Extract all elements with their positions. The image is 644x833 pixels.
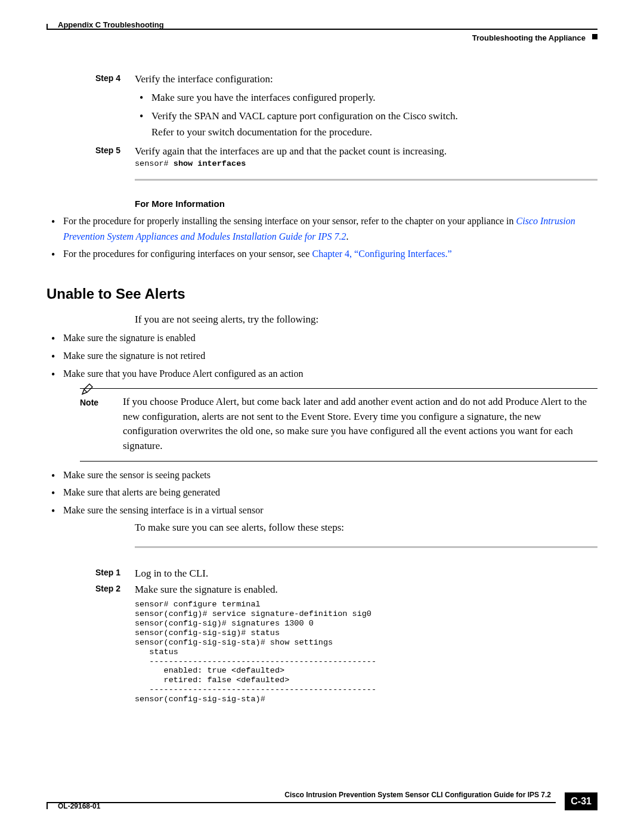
link-chapter-4[interactable]: Chapter 4, “Configuring Interfaces.” — [312, 249, 451, 259]
step4-bullets: Make sure you have the interfaces config… — [135, 89, 597, 141]
bullet: Make sure that you have Produce Alert co… — [47, 366, 597, 462]
footer-doc-number: OL-29168-01 — [58, 802, 100, 810]
step-1: Step 1 Log in to the CLI. — [95, 566, 597, 581]
header-right-square — [592, 34, 597, 39]
step-text: Verify the interface configuration: — [135, 73, 273, 85]
step-label: Step 5 — [95, 144, 135, 168]
bullet-text: Refer to your switch documentation for t… — [151, 126, 372, 138]
alerts-checklist: Make sure the signature is enabled Make … — [47, 330, 597, 518]
text: . — [346, 231, 349, 241]
text: For the procedure for properly installin… — [63, 216, 516, 226]
bullet-text: Make sure that you have Produce Alert co… — [63, 368, 304, 379]
step-label: Step 4 — [95, 72, 135, 143]
code-line: sensor# show interfaces — [135, 159, 597, 169]
code-prompt: sensor(config-sig)# — [135, 619, 231, 628]
bullet-text: Verify the SPAN and VACL capture port co… — [151, 110, 458, 122]
note-icon — [81, 383, 93, 400]
paragraph: If you are not seeing alerts, try the fo… — [135, 312, 597, 327]
bullet: For the procedures for configuring inter… — [47, 246, 597, 262]
step-label: Step 2 — [95, 582, 135, 704]
step-text: Verify again that the interfaces are up … — [135, 145, 447, 157]
header-left-tick — [47, 24, 48, 30]
code-command: show interfaces — [174, 159, 246, 168]
code-command: signatures 1300 0 — [231, 619, 314, 628]
code-output: retired: false <defaulted> — [135, 676, 289, 685]
header-section: Troubleshooting the Appliance — [472, 33, 586, 42]
footer-guide-title: Cisco Intrusion Prevention System Sensor… — [284, 791, 551, 799]
step-label: Step 1 — [95, 566, 135, 581]
bullet: For the procedure for properly installin… — [47, 213, 597, 244]
note-body: If you choose Produce Alert, but come ba… — [123, 395, 597, 454]
code-output: ----------------------------------------… — [135, 685, 376, 694]
note-label-col: Note — [80, 395, 112, 454]
code-prompt: sensor(config)# — [135, 609, 212, 618]
step-text: Make sure the signature is enabled. — [135, 584, 278, 595]
content-area: Step 4 Verify the interface configuratio… — [47, 72, 597, 705]
bullet: Make sure the sensor is seeing packets — [47, 467, 597, 483]
bullet: Make sure that alerts are being generate… — [47, 485, 597, 500]
code-command: service signature-definition sig0 — [212, 609, 371, 618]
note-block: Note If you choose Produce Alert, but co… — [80, 388, 597, 462]
bullet: Make sure the signature is enabled — [47, 330, 597, 346]
footer-rule — [47, 802, 556, 803]
code-command: configure terminal — [174, 600, 261, 609]
for-more-information-list: For the procedure for properly installin… — [47, 213, 597, 262]
code-prompt: sensor(config-sig-sig)# — [135, 628, 250, 637]
footer-left-tick — [47, 802, 48, 809]
paragraph: To make sure you can see alerts, follow … — [135, 520, 597, 535]
step-4: Step 4 Verify the interface configuratio… — [95, 72, 597, 143]
header-appendix: Appendix C Troubleshooting — [58, 20, 164, 29]
step-2: Step 2 Make sure the signature is enable… — [95, 582, 597, 704]
code-output: status — [135, 648, 178, 657]
code-prompt: sensor# — [135, 600, 174, 609]
footer-page-number: C-31 — [565, 792, 597, 810]
code-prompt: sensor# — [135, 159, 174, 168]
bullet: Make sure the sensing interface is in a … — [47, 503, 597, 518]
code-prompt: sensor(config-sig-sig-sta)# — [135, 638, 270, 647]
code-command: show settings — [270, 638, 333, 647]
code-output: enabled: true <defaulted> — [135, 666, 284, 675]
section-divider — [135, 546, 597, 548]
step-body: Make sure the signature is enabled. sens… — [135, 582, 597, 704]
step-5: Step 5 Verify again that the interfaces … — [95, 144, 597, 168]
bullet: Verify the SPAN and VACL capture port co… — [135, 108, 597, 140]
text: For the procedures for configuring inter… — [63, 249, 312, 259]
bullet: Make sure you have the interfaces config… — [135, 89, 597, 106]
step-body: Log in to the CLI. — [135, 566, 597, 581]
code-command: status — [250, 628, 280, 637]
for-more-information-heading: For More Information — [135, 199, 597, 209]
step-body: Verify again that the interfaces are up … — [135, 144, 597, 168]
section-divider — [135, 179, 597, 181]
code-block: sensor# configure terminal sensor(config… — [135, 600, 597, 704]
code-output: ----------------------------------------… — [135, 657, 376, 666]
step-body: Verify the interface configuration: Make… — [135, 72, 597, 143]
section-heading-unable-to-see-alerts: Unable to See Alerts — [47, 286, 597, 302]
note-wrapper: Note If you choose Produce Alert, but co… — [63, 388, 597, 462]
code-output: sensor(config-sig-sig-sta)# — [135, 695, 265, 704]
bullet: Make sure the signature is not retired — [47, 348, 597, 364]
document-page: Appendix C Troubleshooting Troubleshooti… — [0, 0, 644, 833]
step-text: Log in to the CLI. — [135, 568, 208, 579]
